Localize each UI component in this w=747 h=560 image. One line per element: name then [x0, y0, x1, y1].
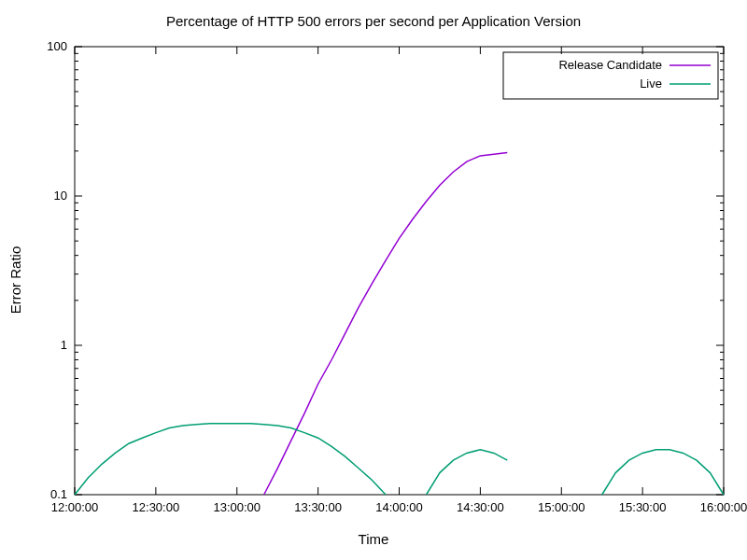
x-tick-label: 12:00:00	[51, 500, 99, 514]
x-tick-label: 15:30:00	[619, 500, 667, 514]
x-tick-label: 13:30:00	[294, 500, 342, 514]
chart-svg: 0.111010012:00:0012:30:0013:00:0013:30:0…	[0, 0, 747, 560]
chart-container: Percentage of HTTP 500 errors per second…	[0, 0, 747, 560]
series-live	[427, 450, 508, 495]
series-release-candidate	[264, 153, 508, 495]
x-tick-label: 16:00:00	[700, 500, 747, 514]
y-tick-label: 0.1	[50, 487, 67, 501]
x-tick-label: 14:30:00	[457, 500, 504, 514]
legend-label: Live	[640, 77, 662, 91]
series-live	[75, 424, 386, 495]
series-live	[602, 450, 724, 495]
y-tick-label: 100	[47, 39, 67, 53]
x-tick-label: 12:30:00	[133, 500, 180, 514]
x-tick-label: 14:00:00	[375, 500, 423, 514]
x-tick-label: 15:00:00	[538, 500, 585, 514]
legend-label: Release Candidate	[558, 58, 662, 72]
y-tick-label: 1	[61, 338, 67, 352]
x-tick-label: 13:00:00	[213, 500, 261, 514]
y-tick-label: 10	[54, 189, 67, 203]
